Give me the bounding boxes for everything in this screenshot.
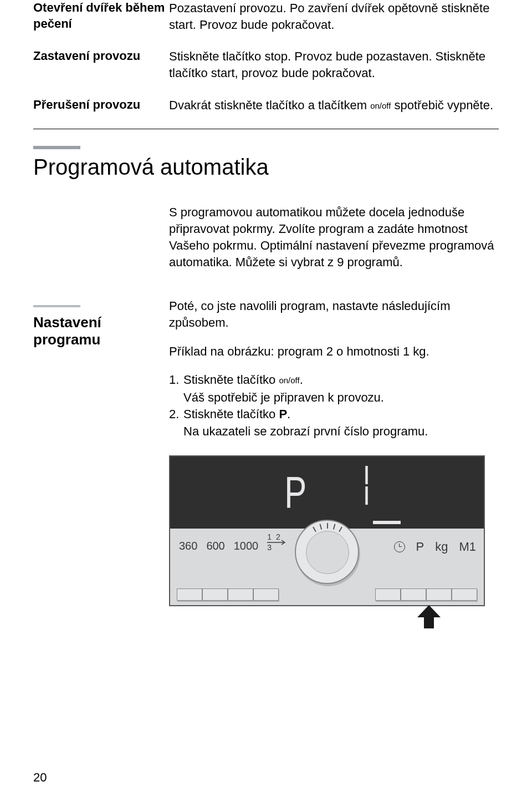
sequence-icon: 1 2 3 [267, 541, 287, 552]
display-char-p: P [284, 463, 308, 522]
panel-button [228, 588, 253, 601]
text-door-open: Pozastavení provozu. Po zavření dvířek o… [169, 0, 499, 33]
label-m1: M1 [459, 539, 476, 555]
step-2: 2. Stiskněte tlačítko P. [169, 406, 499, 423]
right-labels: P kg M1 [394, 539, 477, 555]
onoff-label: on/off [370, 101, 391, 110]
section-divider [33, 129, 499, 129]
svg-marker-3 [417, 605, 441, 628]
right-button-group [375, 588, 477, 601]
step2-post: . [287, 407, 290, 421]
subheading-accent [33, 305, 80, 307]
label-interrupt: Přerušení provozu [33, 97, 169, 114]
row-interrupt: Přerušení provozu Dvakrát stiskněte tlač… [33, 97, 499, 114]
section-accent [33, 146, 80, 149]
row-stop: Zastavení provozu Stiskněte tlačítko sto… [33, 48, 499, 81]
panel-button [452, 588, 477, 601]
para-example: Příklad na obrázku: program 2 o hmotnost… [169, 343, 499, 360]
arrow-up-icon [416, 604, 442, 630]
control-panel-illustration: P 360 600 1000 [169, 455, 499, 606]
label-door-open: Otevření dvířek během pečení [33, 0, 169, 33]
text-interrupt-post: spotřebič vypněte. [391, 98, 493, 112]
clock-icon [394, 541, 405, 552]
label-stop: Zastavení provozu [33, 48, 169, 81]
display-area: P [170, 456, 484, 529]
label-600: 600 [206, 539, 224, 554]
text-interrupt: Dvakrát stiskněte tlačítko a tlačítkem o… [169, 97, 499, 114]
step2-pre: Stiskněte tlačítko [183, 407, 279, 421]
panel-button [401, 588, 426, 601]
panel-button [253, 588, 279, 601]
step1-onoff: on/off [279, 375, 299, 385]
power-labels: 360 600 1000 1 2 3 [170, 539, 287, 554]
step-1: 1. Stiskněte tlačítko on/off. [169, 372, 499, 388]
display-cursor [373, 521, 401, 524]
step1-post: . [300, 373, 303, 387]
step2-bold: P [279, 407, 287, 421]
controls-area: 360 600 1000 1 2 3 [170, 529, 484, 605]
section-title: Programová automatika [33, 155, 499, 180]
text-interrupt-pre: Dvakrát stiskněte tlačítko a tlačítkem [169, 98, 370, 112]
rotary-dial [295, 520, 359, 584]
row-intro: S programovou automatikou můžete docela … [33, 204, 499, 282]
control-panel: P 360 600 1000 [169, 455, 485, 606]
label-1000: 1000 [234, 539, 259, 554]
intro-text: S programovou automatikou můžete docela … [169, 204, 499, 270]
label-p: P [416, 539, 424, 555]
arrow-up-indicator [416, 604, 442, 630]
text-stop: Stiskněte tlačítko stop. Provoz bude poz… [169, 48, 499, 81]
subheading: Nastavení programu [33, 314, 169, 348]
panel-button [375, 588, 401, 601]
step1-sub: Váš spotřebič je připraven k provozu. [169, 389, 499, 406]
step-list: 1. Stiskněte tlačítko on/off. Váš spotře… [169, 372, 499, 440]
row-subheading: Nastavení programu Poté, co jste navolil… [33, 298, 499, 606]
label-123: 1 2 3 [267, 532, 287, 553]
panel-button [426, 588, 452, 601]
button-row [170, 588, 484, 601]
para-after: Poté, co jste navolili program, nastavte… [169, 298, 499, 331]
display-char-1 [354, 463, 371, 522]
label-360: 360 [179, 539, 197, 554]
step1-pre: Stiskněte tlačítko [183, 373, 279, 387]
panel-button [202, 588, 228, 601]
left-button-group [177, 588, 279, 601]
page-number: 20 [33, 770, 47, 785]
row-door-open: Otevření dvířek během pečení Pozastavení… [33, 0, 499, 33]
step2-sub: Na ukazateli se zobrazí první číslo prog… [169, 423, 499, 440]
seven-segment-1-icon [354, 463, 371, 507]
label-kg: kg [435, 539, 448, 555]
panel-button [177, 588, 202, 601]
